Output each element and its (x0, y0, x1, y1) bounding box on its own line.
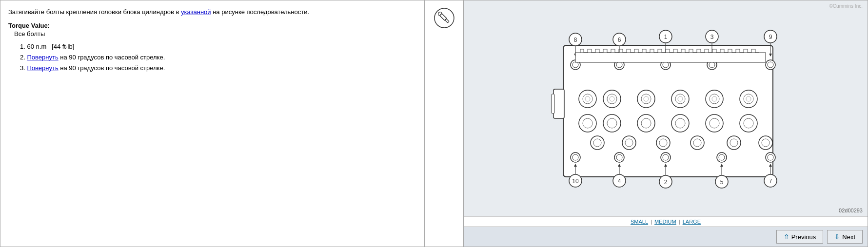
svg-point-84 (710, 118, 719, 128)
next-arrow-icon: ⇩ (834, 233, 840, 241)
svg-text:6: 6 (618, 37, 621, 43)
previous-button[interactable]: ⇧ Previous (776, 230, 824, 244)
svg-text:8: 8 (574, 37, 577, 43)
part-number: 02d00293 (839, 208, 863, 213)
size-bar: SMALL | MEDIUM | LARGE (464, 216, 868, 227)
svg-rect-99 (575, 53, 766, 62)
svg-point-76 (583, 118, 592, 128)
svg-point-50 (616, 154, 622, 160)
sep1: | (651, 219, 653, 225)
svg-point-82 (675, 118, 685, 128)
svg-text:9: 9 (769, 34, 772, 40)
svg-point-96 (730, 139, 738, 147)
svg-text:10: 10 (572, 178, 579, 185)
svg-point-59 (585, 96, 590, 101)
svg-text:2: 2 (664, 179, 668, 186)
svg-point-65 (644, 96, 649, 101)
torque-item-3: 3. Повернуть на 90 градусов по часовой с… (20, 63, 416, 74)
svg-point-54 (719, 154, 725, 160)
svg-rect-36 (552, 94, 554, 114)
torque-item-1: 1. 60 n.m [44 ft·lb] (20, 41, 416, 52)
svg-rect-2 (445, 19, 449, 22)
torque-sub: Все болты (14, 30, 416, 38)
torque-list: 1. 60 n.m [44 ft·lb] 2. Повернуть на 90 … (20, 41, 416, 74)
sep2: | (679, 219, 682, 225)
item2-link[interactable]: Повернуть (27, 54, 58, 61)
svg-point-98 (762, 139, 769, 147)
svg-point-88 (593, 139, 601, 147)
svg-point-56 (768, 154, 773, 160)
svg-point-74 (746, 96, 751, 101)
torque-label: Torque Value: (8, 22, 416, 29)
size-small[interactable]: SMALL (631, 219, 648, 225)
svg-point-80 (641, 118, 651, 128)
intro-link[interactable]: указанной (181, 8, 211, 16)
main-content: Затягивайте болты крепления головки блок… (0, 0, 868, 247)
item3-link[interactable]: Повернуть (27, 64, 58, 72)
svg-point-62 (610, 96, 614, 101)
svg-text:4: 4 (618, 178, 621, 185)
nav-bar: ⇧ Previous ⇩ Next (464, 227, 868, 247)
image-panel: ©Cummins Inc. 02d00293 8 6 (464, 0, 868, 247)
engine-diagram: 8 6 1 3 9 10 (549, 26, 783, 191)
svg-point-90 (625, 139, 633, 147)
intro-text: Затягивайте болты крепления головки блок… (8, 7, 416, 17)
item3-num: 3. (20, 64, 25, 72)
item3-rest: на 90 градусов по часовой стрелке. (60, 64, 165, 72)
svg-point-92 (659, 139, 667, 147)
prev-arrow-icon: ⇧ (784, 233, 789, 241)
page-wrapper: Затягивайте болты крепления головки блок… (0, 0, 868, 247)
previous-label: Previous (791, 233, 816, 241)
icon-panel (425, 0, 464, 247)
svg-point-38 (572, 62, 578, 68)
svg-text:7: 7 (769, 178, 772, 185)
svg-point-71 (712, 96, 717, 101)
svg-point-40 (616, 62, 622, 68)
svg-text:3: 3 (710, 34, 714, 40)
watermark: ©Cummins Inc. (829, 3, 863, 9)
svg-point-0 (434, 8, 454, 28)
svg-point-48 (572, 154, 578, 160)
image-area: ©Cummins Inc. 02d00293 8 6 (464, 0, 868, 216)
item2-rest: на 90 градусов по часовой стрелке. (60, 54, 165, 61)
size-medium[interactable]: MEDIUM (654, 219, 676, 225)
svg-point-42 (663, 62, 669, 68)
svg-text:1: 1 (664, 34, 668, 40)
svg-point-46 (768, 62, 773, 68)
svg-point-52 (663, 154, 669, 160)
size-large[interactable]: LARGE (683, 219, 701, 225)
svg-point-86 (744, 118, 753, 128)
svg-text:5: 5 (720, 179, 724, 186)
item1-val: 60 n.m [44 ft·lb] (27, 43, 74, 50)
next-label: Next (842, 233, 855, 241)
svg-point-94 (693, 139, 701, 147)
item2-num: 2. (20, 54, 25, 61)
tool-icon (434, 7, 455, 29)
next-button[interactable]: ⇩ Next (827, 230, 863, 244)
svg-point-44 (709, 62, 715, 68)
torque-item-2: 2. Повернуть на 90 градусов по часовой с… (20, 52, 416, 63)
text-panel: Затягивайте болты крепления головки блок… (0, 0, 425, 247)
svg-point-68 (678, 96, 683, 101)
svg-point-78 (607, 118, 617, 128)
item1-num: 1. (20, 43, 25, 50)
svg-rect-35 (553, 89, 564, 118)
